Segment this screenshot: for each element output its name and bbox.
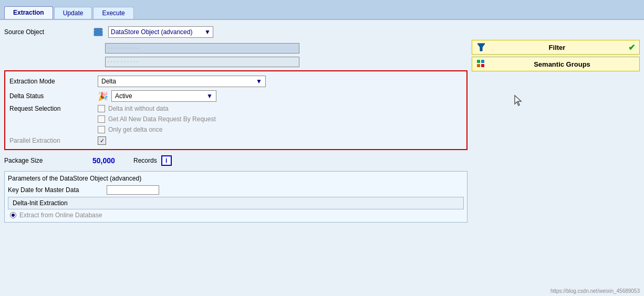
database-icon: [93, 27, 103, 37]
cursor-indicator: [514, 94, 640, 109]
delta-status-control: 🎉 Active ▼: [98, 90, 216, 102]
parallel-extraction-label: Parallel Extraction: [9, 137, 94, 144]
tab-update-label: Update: [63, 9, 84, 17]
svg-rect-4: [477, 60, 480, 63]
package-size-value: 50,000: [92, 156, 129, 165]
left-panel: Source Object DataStore Object (advanced…: [4, 24, 468, 292]
package-size-label: Package Size: [4, 157, 88, 164]
key-date-row: Key Date for Master Data: [8, 185, 464, 195]
svg-rect-2: [94, 34, 102, 36]
checkbox-delta-once-label: Only get delta once: [108, 126, 162, 133]
params-section: Parameters of the DataStore Object (adva…: [4, 171, 468, 223]
request-selection-label: Request Selection: [9, 105, 94, 112]
semantic-groups-button[interactable]: Semantic Groups: [472, 57, 640, 71]
tab-bar: Extraction Update Execute: [0, 0, 644, 20]
delta-status-arrow: ▼: [206, 92, 213, 100]
checkbox-delta-init-label: Delta init without data: [108, 105, 169, 112]
delta-status-dropdown[interactable]: Active ▼: [111, 90, 216, 102]
blurred-field-2: · · · · · · · · · ·: [105, 57, 468, 67]
blurred-text-2: · · · · · · · · · ·: [105, 57, 299, 67]
package-size-row: Package Size 50,000 Records i: [4, 153, 468, 168]
extraction-mode-arrow: ▼: [256, 78, 262, 85]
filter-button-label: Filter: [489, 44, 625, 51]
svg-marker-3: [477, 44, 485, 51]
svg-rect-1: [94, 31, 102, 33]
source-object-row: Source Object DataStore Object (advanced…: [4, 24, 468, 40]
checkbox-delta-init[interactable]: [98, 105, 105, 112]
svg-rect-6: [477, 64, 480, 67]
request-selection-options: Delta init without data Get All New Data…: [98, 105, 216, 133]
delta-init-label: Delta-Init Extraction: [13, 199, 68, 207]
source-object-value: DataStore Object (advanced): [111, 28, 192, 36]
request-selection-row: Request Selection Delta init without dat…: [9, 105, 462, 133]
parallel-extraction-row: Parallel Extraction ✓: [9, 136, 462, 145]
checkbox-row-1: Delta init without data: [98, 105, 216, 112]
delta-status-value: Active: [115, 92, 132, 100]
checkmark-icon: ✔: [628, 43, 635, 52]
source-object-icon: [92, 26, 104, 38]
wand-icon: 🎉: [98, 91, 108, 101]
checkbox-row-2: Get All New Data Request By Request: [98, 115, 216, 123]
delta-status-row: Delta Status 🎉 Active ▼: [9, 90, 462, 102]
checkbox-all-new-label: Get All New Data Request By Request: [108, 115, 216, 123]
tab-execute[interactable]: Execute: [93, 7, 133, 19]
extract-online-radio[interactable]: [10, 212, 16, 218]
checkbox-all-new[interactable]: [98, 115, 105, 123]
extraction-mode-label: Extraction Mode: [9, 78, 94, 85]
checkbox-row-3: Only get delta once: [98, 126, 216, 133]
svg-marker-8: [515, 96, 521, 105]
parallel-extraction-checkbox[interactable]: ✓: [98, 136, 106, 145]
extraction-config-section: Extraction Mode Delta ▼ Delta Status 🎉 A…: [4, 70, 468, 150]
right-panel: Filter ✔ Semantic Groups: [472, 24, 640, 292]
main-content: Source Object DataStore Object (advanced…: [0, 20, 644, 296]
extraction-mode-row: Extraction Mode Delta ▼: [9, 76, 462, 87]
extract-online-row: Extract from Online Database: [8, 212, 464, 219]
params-title: Parameters of the DataStore Object (adva…: [8, 175, 464, 182]
source-object-dropdown[interactable]: DataStore Object (advanced) ▼: [108, 26, 213, 38]
svg-rect-0: [94, 28, 102, 30]
semantic-groups-label: Semantic Groups: [489, 60, 635, 68]
blurred-field-1: · · · · · · · · · ·: [105, 43, 468, 54]
extraction-mode-dropdown[interactable]: Delta ▼: [98, 76, 266, 87]
filter-button[interactable]: Filter ✔: [472, 40, 640, 55]
source-object-arrow: ▼: [204, 28, 211, 36]
tab-extraction[interactable]: Extraction: [4, 6, 53, 19]
blurred-text-1: · · · · · · · · · ·: [105, 43, 299, 54]
key-date-label: Key Date for Master Data: [8, 186, 102, 194]
tab-update[interactable]: Update: [54, 7, 92, 19]
tab-execute-label: Execute: [102, 9, 124, 17]
filter-icon: [476, 43, 486, 52]
watermark: https://blog.csdn.net/weixin_45689053: [550, 288, 640, 294]
svg-rect-7: [481, 64, 484, 67]
records-label: Records: [133, 157, 157, 164]
extract-online-label: Extract from Online Database: [19, 212, 102, 219]
delta-status-label: Delta Status: [9, 92, 94, 100]
svg-rect-5: [481, 60, 484, 63]
key-date-input[interactable]: [107, 185, 159, 195]
cursor-icon: [514, 94, 524, 107]
info-icon[interactable]: i: [161, 155, 172, 166]
checkbox-delta-once[interactable]: [98, 126, 105, 133]
extraction-mode-value: Delta: [101, 78, 116, 85]
semantic-groups-icon: [476, 59, 486, 69]
delta-init-box: Delta-Init Extraction: [8, 197, 464, 209]
source-object-label: Source Object: [4, 28, 88, 36]
tab-extraction-label: Extraction: [13, 9, 44, 16]
